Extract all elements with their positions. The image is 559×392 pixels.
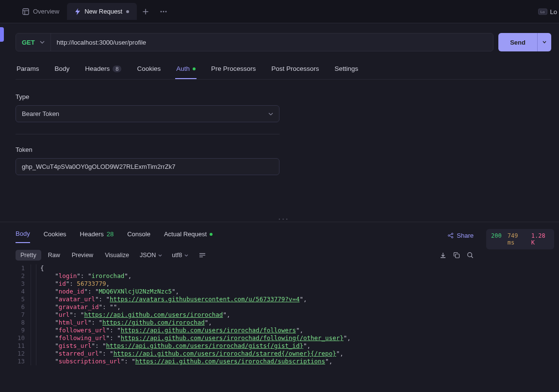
auth-type-value: Bearer Token [22,110,59,117]
send-button[interactable]: Send [498,33,537,51]
tab-post-processors[interactable]: Post Processors [270,60,320,79]
svg-point-5 [165,11,167,12]
tab-params[interactable]: Params [16,60,40,79]
wrap-toggle-button[interactable] [194,251,211,260]
svg-point-7 [452,233,453,234]
tab-overview[interactable]: Overview [15,3,67,20]
encoding-value: utf8 [172,252,182,259]
tab-settings[interactable]: Settings [334,60,360,79]
method-url-bar: GET [16,33,493,51]
auth-type-select[interactable]: Bearer Token [16,105,280,122]
response-tabs: Body Cookies Headers 28 Console Actual R… [16,228,213,243]
resp-headers-label: Headers [80,230,104,238]
tab-body[interactable]: Body [54,60,71,79]
svg-point-8 [452,236,453,238]
status-side: 200 749 ms 1.28 K [481,222,559,365]
method-value: GET [22,39,35,46]
request-tabs: Params Body Headers 8 Cookies Auth Pre P… [16,60,551,80]
tab-new-request-label: New Request [84,8,122,15]
headers-count-badge: 8 [113,65,121,72]
view-preview-button[interactable]: Preview [67,250,98,261]
view-raw-button[interactable]: Raw [43,250,65,261]
svg-rect-14 [456,254,460,258]
request-url-row: GET Send [16,33,551,51]
actual-dot-icon [210,233,213,236]
share-label: Share [457,232,474,239]
url-input[interactable] [51,39,493,46]
token-input[interactable] [16,158,280,175]
encoding-select[interactable]: utf8 [168,250,192,261]
svg-point-3 [161,11,162,12]
tab-bar: Overview New Request Lo Lo [0,0,559,23]
svg-line-9 [450,234,452,235]
chevron-down-icon [268,113,273,115]
svg-line-16 [471,256,473,258]
chevron-down-icon [40,41,45,44]
search-button[interactable] [467,252,474,259]
sidebar-accent [0,27,4,42]
resp-tab-actual[interactable]: Actual Request [164,228,213,243]
svg-line-10 [450,236,452,237]
lightning-icon [75,8,81,15]
response-body-viewer[interactable]: 12345678910111213 { "login": "irorochad"… [16,264,474,365]
add-tab-button[interactable] [137,5,154,18]
svg-point-15 [468,253,472,257]
view-visualize-button[interactable]: Visualize [100,250,134,261]
view-pretty-button[interactable]: Pretty [16,250,41,261]
tab-pre-processors[interactable]: Pre Processors [210,60,257,79]
share-button[interactable]: Share [447,232,474,239]
form-divider [16,134,280,134]
token-label: Token [16,146,280,153]
tab-new-request[interactable]: New Request [67,3,137,20]
response-panel: Body Cookies Headers 28 Console Actual R… [0,222,559,365]
status-size: 1.28 K [531,232,549,246]
svg-point-4 [163,11,164,12]
resp-tab-body[interactable]: Body [16,228,30,243]
tab-overview-label: Overview [33,8,59,15]
unsaved-dot-icon [126,10,129,13]
format-value: JSON [140,252,156,259]
status-code: 200 [491,232,502,246]
resp-actual-label: Actual Request [164,230,207,238]
method-select[interactable]: GET [16,33,51,51]
tab-cookies[interactable]: Cookies [136,60,162,79]
svg-point-6 [448,235,450,236]
tab-overflow-button[interactable] [154,7,173,16]
auth-type-label: Type [16,93,280,100]
line-gutter: 12345678910111213 [16,264,31,365]
login-text: Lo [550,8,557,15]
auth-active-dot-icon [193,67,196,70]
login-badge: Lo [538,8,547,15]
code-content: { "login": "irorochad", "id": 56733779, … [31,264,474,365]
resp-tab-console[interactable]: Console [127,228,150,243]
auth-form: Type Bearer Token Token [16,80,285,175]
tab-headers[interactable]: Headers 8 [84,60,122,79]
response-toolbar: Pretty Raw Preview Visualize JSON utf8 [16,247,474,264]
login-indicator[interactable]: Lo Lo [538,8,559,15]
copy-button[interactable] [453,252,460,259]
drag-handle[interactable]: • • • [16,214,551,222]
status-time: 749 ms [508,232,526,246]
resp-headers-count: 28 [107,230,114,238]
send-options-button[interactable] [537,33,551,51]
status-pill[interactable]: 200 749 ms 1.28 K [486,229,554,249]
format-select[interactable]: JSON [136,250,166,261]
resp-tab-headers[interactable]: Headers 28 [80,228,114,243]
tab-auth-label: Auth [176,65,190,72]
send-button-group: Send [498,33,551,51]
resp-tab-cookies[interactable]: Cookies [44,228,66,243]
share-icon [447,232,454,239]
svg-rect-0 [23,9,29,15]
layout-icon [22,8,29,15]
download-button[interactable] [440,252,446,259]
tab-auth[interactable]: Auth [175,60,197,79]
tab-headers-label: Headers [85,65,110,72]
